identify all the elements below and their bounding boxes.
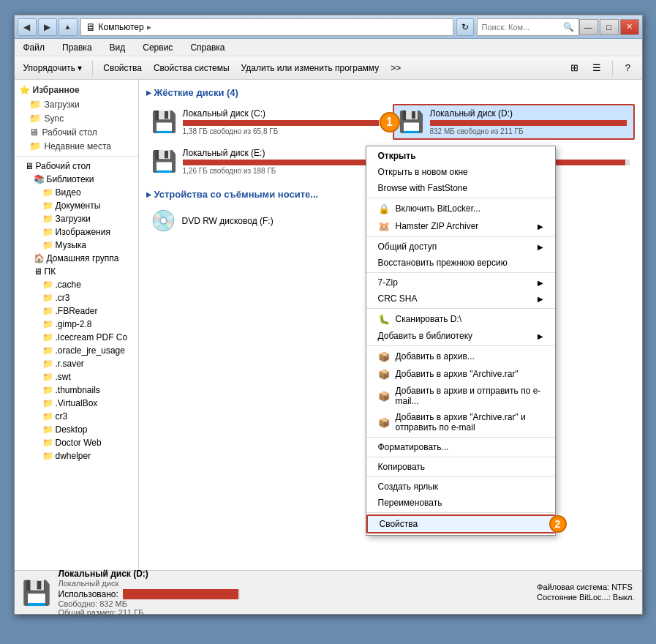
ctx-crc[interactable]: CRC SHA ▶ xyxy=(366,291,555,307)
ctx-restore[interactable]: Восстановить прежнюю версию xyxy=(366,255,555,271)
sidebar-item-sync[interactable]: 📁 Sync xyxy=(15,111,138,125)
ctx-add-email[interactable]: 📦 Добавить в архив и отправить по e-mail… xyxy=(366,383,555,409)
archive-icon-2: 📦 xyxy=(378,368,390,380)
library-arrow: ▶ xyxy=(538,332,543,340)
sidebar-gimp[interactable]: 📁 .gimp-2.8 xyxy=(15,318,138,331)
sidebar-cr3-2[interactable]: 📁 cr3 xyxy=(15,410,138,423)
view-list-button[interactable]: ☰ xyxy=(587,59,606,77)
drive-c-bar-container xyxy=(183,120,383,126)
status-fs-row: Файловая система: NTFS xyxy=(537,583,634,591)
help-button[interactable]: ? xyxy=(619,59,638,77)
sidebar-homegroup[interactable]: 🏠 Домашняя группа xyxy=(15,252,138,265)
toolbar-separator-1 xyxy=(92,61,93,75)
menu-edit[interactable]: Правка xyxy=(59,41,95,54)
status-fs-value: NTFS xyxy=(611,583,633,591)
ctx-7zip[interactable]: 7-Zip ▶ xyxy=(366,274,555,291)
status-total-value: 211 ГБ xyxy=(118,608,144,617)
sidebar-item-downloads[interactable]: 📁 Загрузки xyxy=(15,97,138,111)
sidebar-dl[interactable]: 📁 Загрузки xyxy=(15,212,138,225)
bitlocker-icon: 🔒 xyxy=(378,203,390,214)
organize-button[interactable]: Упорядочить ▾ xyxy=(19,59,87,78)
sidebar-docs[interactable]: 📁 Документы xyxy=(15,199,138,212)
ctx-properties[interactable]: Свойства 2 xyxy=(366,514,555,533)
sidebar-icecream[interactable]: 📁 .Icecream PDF Co xyxy=(15,331,138,344)
sidebar-desktop-tree[interactable]: 🖥 Рабочий стол xyxy=(15,160,138,173)
sidebar-images[interactable]: 📁 Изображения xyxy=(15,225,138,239)
status-drive-type: Локальный диск xyxy=(59,579,530,588)
up-button[interactable]: ▲ xyxy=(59,18,78,36)
share-arrow: ▶ xyxy=(538,243,543,251)
menu-help[interactable]: Справка xyxy=(187,41,227,54)
ctx-add-archive-rar-label: Добавить в архив "Archive.rar" xyxy=(396,369,519,379)
ctx-add-rar-email[interactable]: 📦 Добавить в архив "Archive.rar" и отпра… xyxy=(366,409,555,435)
sidebar-libraries[interactable]: 📚 Библиотеки xyxy=(15,173,138,186)
sidebar-rsaver[interactable]: 📁 .r.saver xyxy=(15,357,138,370)
sidebar-virtualbox[interactable]: 📁 .VirtualBox xyxy=(15,397,138,410)
sidebar-item-recent[interactable]: 📁 Недавние места xyxy=(15,139,138,153)
folder-icon: 📁 xyxy=(29,113,41,124)
music-icon: 📁 xyxy=(42,240,53,250)
uninstall-button[interactable]: Удалить или изменить программу xyxy=(237,59,384,78)
ctx-add-archive-rar[interactable]: 📦 Добавить в архив "Archive.rar" xyxy=(366,365,555,383)
ctx-format[interactable]: Форматировать... xyxy=(366,439,555,455)
menu-service[interactable]: Сервис xyxy=(140,41,176,54)
sidebar-doctorweb[interactable]: 📁 Doctor Web xyxy=(15,436,138,449)
minimize-button[interactable]: — xyxy=(579,19,598,35)
ctx-crc-label: CRC SHA xyxy=(378,293,418,304)
swt-label: .swt xyxy=(56,372,71,382)
sidebar-thumbnails[interactable]: 📁 .thumbnails xyxy=(15,383,138,397)
ctx-share[interactable]: Общий доступ ▶ xyxy=(366,239,555,255)
drive-e[interactable]: 💾 Локальный диск (E:) 1,26 ГБ свободно и… xyxy=(146,144,388,179)
folder-icon-s14: 📁 xyxy=(42,451,53,461)
drive-c[interactable]: 💾 Локальный диск (C:) 1,38 ГБ свободно и… xyxy=(146,104,388,140)
forward-button[interactable]: ▶ xyxy=(38,18,57,36)
ctx-scan[interactable]: 🐛 Сканировать D:\ xyxy=(366,310,555,328)
7zip-arrow: ▶ xyxy=(538,279,543,287)
ctx-open-new[interactable]: Открыть в новом окне xyxy=(366,164,555,180)
ctx-open[interactable]: Открыть xyxy=(366,148,555,164)
sidebar-cr3[interactable]: 📁 .cr3 xyxy=(15,291,138,304)
drive-c-bar xyxy=(183,120,380,126)
status-bar: 💾 Локальный диск (D:) Локальный диск Исп… xyxy=(15,570,642,614)
ctx-shortcut[interactable]: Создать ярлык xyxy=(366,479,555,495)
sidebar-cache[interactable]: 📁 .cache xyxy=(15,278,138,291)
sidebar-music[interactable]: 📁 Музыка xyxy=(15,239,138,252)
view-button[interactable]: ⊞ xyxy=(565,59,584,77)
drive-d[interactable]: 💾 Локальный диск (D:) 832 МБ свободно из… xyxy=(393,104,635,140)
ctx-sep-2 xyxy=(366,236,555,237)
maximize-button[interactable]: □ xyxy=(600,19,619,35)
menu-view[interactable]: Вид xyxy=(107,41,129,54)
ctx-browse-faststone[interactable]: Browse with FastStone xyxy=(366,180,555,196)
sidebar-dwhelper[interactable]: 📁 dwhelper xyxy=(15,449,138,463)
search-input[interactable] xyxy=(482,23,560,31)
sidebar-fbreader[interactable]: 📁 .FBReader xyxy=(15,304,138,318)
sidebar-video[interactable]: 📁 Видео xyxy=(15,186,138,199)
ctx-rename[interactable]: Переименовать xyxy=(366,495,555,511)
close-button[interactable]: ✕ xyxy=(620,19,639,35)
sidebar-item-desktop[interactable]: 🖥 Рабочий стол xyxy=(15,125,138,139)
ctx-add-archive[interactable]: 📦 Добавить в архив... xyxy=(366,348,555,365)
ctx-copy[interactable]: Копировать xyxy=(366,459,555,475)
sidebar-pc[interactable]: 🖥 ПК xyxy=(15,265,138,278)
ctx-add-library[interactable]: Добавить в библиотеку ▶ xyxy=(366,328,555,344)
dvd-icon: 💿 xyxy=(151,209,176,233)
search-bar[interactable]: 🔍 xyxy=(477,18,579,36)
menu-file[interactable]: Файл xyxy=(20,41,48,54)
context-menu: Открыть Открыть в новом окне Browse with… xyxy=(366,146,556,536)
back-button[interactable]: ◀ xyxy=(18,18,37,36)
more-button[interactable]: >> xyxy=(386,59,405,78)
ctx-properties-label: Свойства xyxy=(380,519,418,529)
sidebar-oracle[interactable]: 📁 .oracle_jre_usage xyxy=(15,344,138,357)
system-properties-button[interactable]: Свойства системы xyxy=(149,59,234,78)
pc-icon: 🖥 xyxy=(34,266,42,277)
sidebar-desktop-pc[interactable]: 📁 Desktop xyxy=(15,423,138,436)
ctx-bitlocker[interactable]: 🔒 Включить BitLocker... xyxy=(366,200,555,217)
sidebar-swt[interactable]: 📁 .swt xyxy=(15,370,138,383)
ctx-hamster[interactable]: 🐹 Hamster ZIP Archiver ▶ xyxy=(366,217,555,235)
sidebar-label-sync: Sync xyxy=(45,113,64,124)
status-info: Локальный диск (D:) Локальный диск Испол… xyxy=(59,569,530,617)
refresh-button[interactable]: ↻ xyxy=(456,18,474,36)
drive-d-name: Локальный диск (D:) xyxy=(430,108,629,119)
address-bar[interactable]: 🖥 Компьютер ▸ xyxy=(80,18,453,36)
properties-button[interactable]: Свойства xyxy=(99,59,146,78)
